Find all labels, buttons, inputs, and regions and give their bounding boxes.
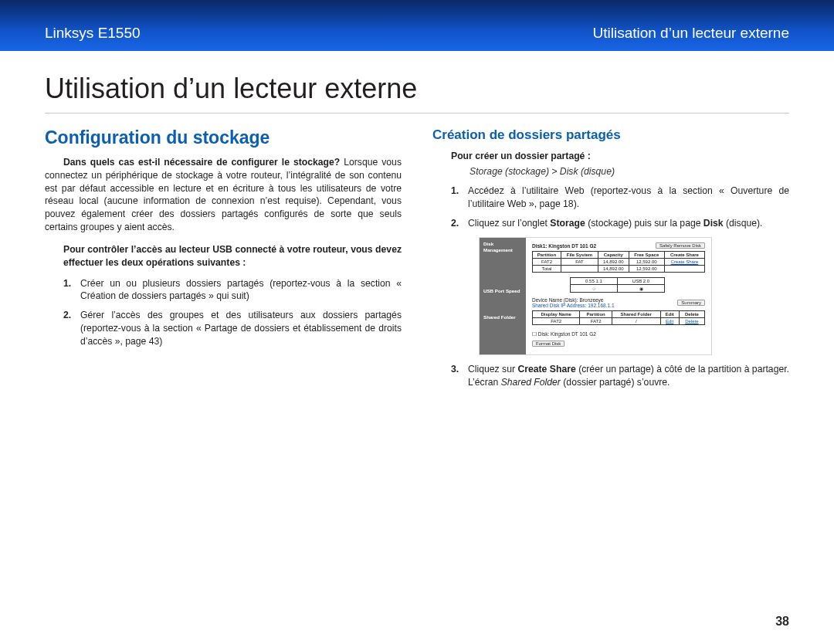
td: FAT2 xyxy=(580,318,612,325)
td: FAT2 xyxy=(533,259,561,266)
td: 14,892.00 xyxy=(598,259,629,266)
sidebar-label: Shared Folder xyxy=(480,311,526,323)
td xyxy=(664,266,704,273)
two-column-layout: Configuration du stockage Dans quels cas… xyxy=(45,127,789,397)
operations-lead: Pour contrôler l’accès au lecteur USB co… xyxy=(63,243,402,269)
page-title: Utilisation d’un lecteur externe xyxy=(45,73,789,105)
sidebar-label: USB Port Speed xyxy=(480,285,526,297)
device-name: Device Name (Disk): Bronzeeye xyxy=(532,297,603,303)
left-column: Configuration du stockage Dans quels cas… xyxy=(45,127,402,397)
sidebar-label: Format Disk xyxy=(480,351,526,362)
section-heading-config: Configuration du stockage xyxy=(45,127,402,148)
th: Edit xyxy=(660,311,679,318)
td: / xyxy=(612,318,660,325)
screenshot-disk-page: Disk Management USB Port Speed Shared Fo… xyxy=(479,237,712,355)
intro-paragraph: Dans quels cas est-il nécessaire de conf… xyxy=(45,156,402,234)
breadcrumb-path: Storage (stockage) > Disk (disque) xyxy=(470,166,789,177)
text-bold: Disk xyxy=(703,218,724,229)
operations-list: Créer un ou plusieurs dossiers partagés … xyxy=(63,277,402,348)
link-text: Delete xyxy=(685,319,698,324)
text: (stockage) puis sur la page xyxy=(585,218,703,229)
td xyxy=(561,266,598,273)
procedure-step: Accédez à l’utilitaire Web (reportez-vou… xyxy=(451,185,789,211)
td: FAT2 xyxy=(533,318,580,325)
ip-value: 192.168.1.1 xyxy=(588,303,614,308)
text: (disque). xyxy=(724,218,763,229)
header-left: Linksys E1550 xyxy=(45,25,141,42)
disk-title: Disk1: Kingston DT 101 G2 xyxy=(532,243,596,249)
operation-step: Créer un ou plusieurs dossiers partagés … xyxy=(63,277,402,303)
table-row: FAT2 FAT 14,892.00 12,592.00 Create Shar… xyxy=(533,259,705,266)
page-number: 38 xyxy=(775,615,789,629)
th: Capacity xyxy=(598,252,629,259)
radio-on[interactable]: ◉ xyxy=(617,285,665,293)
td: Total xyxy=(533,266,561,273)
usb-speed-table: 0.55 1.1 USB 2.0 ○ ◉ xyxy=(570,277,665,293)
th: Shared Folder xyxy=(612,311,660,318)
th: Display Name xyxy=(533,311,580,318)
table-row: Total 14,892.00 12,592.00 xyxy=(533,266,705,273)
partition-table: Partition File System Capacity Free Spac… xyxy=(532,251,705,273)
intro-rest: Lorsque vous connectez un périphérique d… xyxy=(45,157,402,232)
td: 14,892.00 xyxy=(598,266,629,273)
header-right: Utilisation d’un lecteur externe xyxy=(592,25,789,42)
text-bold: Create Share xyxy=(517,364,575,375)
radio-off[interactable]: ○ xyxy=(571,285,617,293)
safely-remove-button[interactable]: Safely Remove Disk xyxy=(656,242,705,249)
table-row: FAT2 FAT2 / Edit Delete xyxy=(533,318,705,325)
procedure-list-cont: Cliquez sur Create Share (créer un parta… xyxy=(451,363,789,389)
create-share-link[interactable]: Create Share xyxy=(664,259,704,266)
section-heading-create: Création de dossiers partagés xyxy=(432,127,789,143)
right-column: Création de dossiers partagés Pour créer… xyxy=(432,127,789,397)
procedure-list: Accédez à l’utilitaire Web (reportez-vou… xyxy=(451,185,789,229)
th: Delete xyxy=(679,311,704,318)
td: 12,592.00 xyxy=(629,259,664,266)
text: Cliquez sur xyxy=(468,364,517,375)
td: 12,592.00 xyxy=(629,266,664,273)
summary-button[interactable]: Summary xyxy=(677,300,705,306)
td: FAT xyxy=(561,259,598,266)
edit-link[interactable]: Edit xyxy=(660,318,679,325)
screenshot-sidebar: Disk Management USB Port Speed Shared Fo… xyxy=(480,238,526,354)
th: Partition xyxy=(533,252,561,259)
th: Partition xyxy=(580,311,612,318)
delete-link[interactable]: Delete xyxy=(679,318,704,325)
format-checkbox[interactable]: ☐ xyxy=(532,331,537,337)
th: Free Space xyxy=(629,252,664,259)
link-text: Edit xyxy=(666,319,673,324)
intro-lead: Dans quels cas est-il nécessaire de conf… xyxy=(63,157,340,168)
format-disk-button[interactable]: Format Disk xyxy=(532,341,564,347)
link-text: Create Share xyxy=(671,259,699,264)
text-italic: Shared Folder xyxy=(501,377,561,388)
ip-label: Shared Disk IP Address: xyxy=(532,303,586,308)
header-band: Linksys E1550 Utilisation d’un lecteur e… xyxy=(0,0,834,51)
text: (dossier partagé) s’ouvre. xyxy=(561,377,670,388)
sidebar-label: Disk Management xyxy=(480,238,526,256)
format-disk-label: Disk: Kingston DT 101 G2 xyxy=(538,331,596,337)
procedure-lead: Pour créer un dossier partagé : xyxy=(451,151,789,161)
th: File System xyxy=(561,252,598,259)
th: Create Share xyxy=(664,252,704,259)
procedure-step: Cliquez sur l’onglet Storage (stockage) … xyxy=(451,217,789,230)
operation-step: Gérer l’accès des groupes et des utilisa… xyxy=(63,309,402,347)
divider xyxy=(45,113,789,114)
text: Cliquez sur l’onglet xyxy=(468,218,550,229)
shared-folder-table: Display Name Partition Shared Folder Edi… xyxy=(532,310,705,325)
td: USB 2.0 xyxy=(617,278,665,285)
td: 0.55 1.1 xyxy=(571,278,617,285)
procedure-step: Cliquez sur Create Share (créer un parta… xyxy=(451,363,789,389)
text-bold: Storage xyxy=(550,218,585,229)
